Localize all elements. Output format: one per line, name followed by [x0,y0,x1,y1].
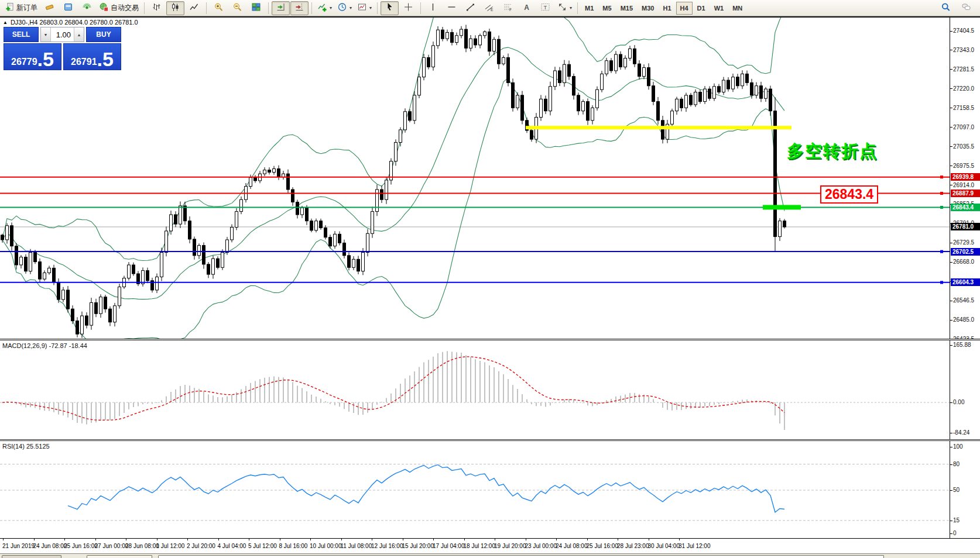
toolbar-separator [311,2,312,14]
price-axis-tick: 26423.5 [953,336,974,339]
macd-canvas[interactable] [0,340,950,439]
editor-icon [44,2,54,13]
text-label-icon: T [540,2,550,13]
time-axis-label: 31 Jul 12:00 [679,543,711,549]
arrows-button[interactable]: ▾ [555,1,574,15]
auto-scroll-button[interactable] [272,1,290,15]
timeframe-h4-button[interactable]: H4 [676,2,693,15]
bar-chart-button[interactable] [148,1,166,15]
zoom-in-button[interactable] [210,1,228,15]
timeframe-m5-button[interactable]: M5 [598,2,615,15]
chart-tab-active[interactable] [158,555,884,558]
time-tick-mark [649,538,649,540]
candlestick-icon [170,2,180,13]
axis-tick-mark [950,185,952,185]
tile-windows-button[interactable] [247,1,265,15]
chart-tab[interactable] [2,555,61,558]
pivot-annotation-text: 多空转折点 [787,140,878,163]
crosshair-icon [403,2,413,13]
timeframe-mn-button[interactable]: MN [728,2,746,15]
toolbar-separator [377,2,378,14]
crosshair-button[interactable] [399,1,417,15]
time-axis[interactable]: 21 Jun 201924 Jun 08:0025 Jun 16:0027 Ju… [0,538,980,553]
signals-button[interactable] [78,1,96,15]
timeframe-h1-button[interactable]: H1 [659,2,675,15]
time-axis-label: 24 Jun 08:00 [33,543,67,549]
volume-stepper: ▼ 1.00 ▲ [40,27,84,42]
rsi-axis-tick: 15 [953,517,960,523]
buy-price-main: 26791 [71,57,97,67]
trendline-button[interactable] [461,1,479,15]
indicators-button[interactable]: ▾ [315,1,334,15]
time-axis-label: 28 Jun 08:00 [125,543,159,549]
new-order-button[interactable]: 新订单 [2,1,40,15]
chart-tab[interactable] [87,555,152,558]
time-axis-label: 17 Jul 04:00 [433,543,465,549]
volume-up-button[interactable]: ▲ [74,27,84,42]
chart-workspace: 27404.527343.027281.527220.027158.527097… [0,16,980,558]
horizontal-line-icon [447,2,457,13]
channel-button[interactable]: E [480,1,498,15]
volume-value[interactable]: 1.00 [51,27,74,42]
new-order-button-label: 新订单 [16,3,37,13]
new-order-icon [5,2,15,13]
periods-button[interactable]: ▾ [335,1,354,15]
chart-tab-bar [0,553,980,558]
rsi-axis: 1008050150 [950,441,980,538]
timeframe-m15-button[interactable]: M15 [616,2,637,15]
time-axis-label: 4 Jul 04:00 [218,543,246,549]
text-label-button[interactable]: T [536,1,554,15]
search-button[interactable] [937,1,955,15]
axis-tick-mark [950,433,952,433]
timeframe-m30-button[interactable]: M30 [638,2,658,15]
price-axis[interactable]: 27404.527343.027281.527220.027158.527097… [950,18,980,339]
timeframe-w1-button[interactable]: W1 [710,2,728,15]
volume-down-button[interactable]: ▼ [41,27,51,42]
chat-button[interactable] [957,1,975,15]
chart-shift-button[interactable] [290,1,309,15]
time-tick-mark [587,538,588,540]
dropdown-caret-icon[interactable]: ▾ [330,5,332,11]
time-axis-label: 12 Jul 16:00 [371,543,403,549]
price-axis-tick: 27158.5 [953,105,974,111]
fibonacci-button[interactable]: F [499,1,517,15]
axis-tick-mark [950,464,952,465]
sell-button[interactable]: SELL [4,27,39,42]
vertical-line-button[interactable] [424,1,442,15]
price-chart-canvas[interactable] [0,18,950,339]
time-tick-mark [187,538,188,540]
timeframe-d1-button[interactable]: D1 [693,2,710,15]
dropdown-caret-icon[interactable]: ▾ [570,5,572,11]
zoom-out-button[interactable] [228,1,246,15]
buy-price-panel[interactable]: 26791.5 [63,43,121,70]
collapse-arrow-icon[interactable]: ▲ [3,20,8,25]
timeframe-m1-button[interactable]: M1 [581,2,598,15]
metaeditor-button[interactable] [40,1,59,15]
line-chart-button[interactable] [185,1,203,15]
axis-tick-mark [950,320,952,321]
rsi-pane[interactable]: 1008050150 RSI(14) 25.5125 [0,441,980,538]
horizontal-line-button[interactable] [443,1,461,15]
buy-button[interactable]: BUY [86,27,121,42]
market-icon [63,2,73,13]
template-icon [357,2,367,13]
arrows-icon [557,2,567,13]
autotrading-button[interactable]: 自动交易 [97,1,141,15]
dropdown-caret-icon[interactable]: ▾ [349,5,352,11]
sell-price-panel[interactable]: 26779.5 [4,43,61,70]
cursor-button[interactable] [381,1,399,15]
macd-pane[interactable]: 165.880.00-84.24 MACD(12,26,9) -72.87 -1… [0,340,980,439]
candlestick-button[interactable] [166,1,184,15]
text-button[interactable]: A [518,1,536,15]
time-axis-label: 8 Jul 16:00 [279,543,308,549]
price-chart-pane[interactable]: 27404.527343.027281.527220.027158.527097… [0,18,980,339]
one-click-trade-panel: SELL ▼ 1.00 ▲ BUY 26779.5 26791.5 [4,27,121,70]
templates-button[interactable]: ▾ [355,1,374,15]
time-axis-label: 28 Jul 23:00 [617,543,649,549]
price-axis-tick: 26546.5 [953,297,974,304]
time-tick-mark [556,538,557,540]
rsi-canvas[interactable] [0,441,950,538]
market-button[interactable] [59,1,77,15]
dropdown-caret-icon[interactable]: ▾ [369,5,372,11]
rsi-axis-tick: 100 [953,443,963,450]
